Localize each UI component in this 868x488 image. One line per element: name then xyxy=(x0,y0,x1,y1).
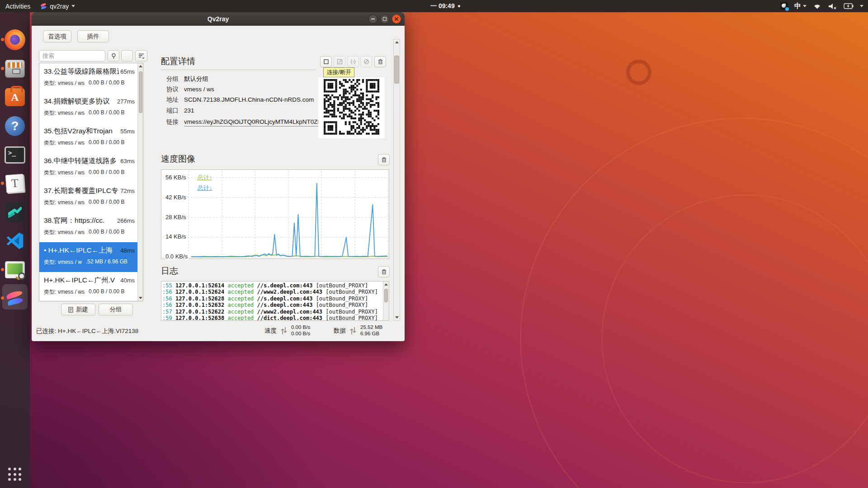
clock-label: 一 09:49 xyxy=(430,2,455,10)
log-line: :57 127.0.0.1:52622 accepted //www2.deep… xyxy=(162,309,383,315)
dock-item-qv2ray[interactable] xyxy=(4,287,26,310)
clock[interactable]: 一 09:49 xyxy=(430,0,460,12)
up-down-arrows-icon xyxy=(349,326,357,335)
chevron-down-icon xyxy=(71,5,75,7)
data-status: 数据 25.52 MB 6.96 GB xyxy=(334,324,382,337)
sort-button[interactable] xyxy=(135,50,147,61)
battery-icon[interactable] xyxy=(844,3,854,9)
delete-config-button[interactable] xyxy=(374,56,386,67)
blank-tool-button[interactable] xyxy=(121,50,133,61)
dock-item-ubuntu-software[interactable]: A xyxy=(4,86,26,108)
scroll-down-icon xyxy=(139,297,142,299)
clear-graph-button[interactable] xyxy=(378,154,390,165)
help-icon: ? xyxy=(5,116,25,136)
log-outbound-tag: [outBound_PROXY] xyxy=(326,289,378,295)
server-list-item[interactable]: • H+.HK←IPLC←上海 48ms 类型: vmess / w .52 M… xyxy=(39,242,137,272)
log-url: //s.deepl.com:443 xyxy=(257,302,313,308)
show-applications-button[interactable] xyxy=(7,466,23,483)
activities-button[interactable]: Activities xyxy=(5,3,30,10)
scroll-down-icon xyxy=(395,316,399,319)
server-list-item[interactable]: 33.公益等级線路嚴格限速 65ms 类型: vmess / ws 0.00 B… xyxy=(39,63,137,93)
qv2ray-icon xyxy=(5,288,25,308)
chevron-down-icon[interactable] xyxy=(860,5,863,7)
server-traffic: 0.00 B / 0.00 B xyxy=(89,139,124,147)
scrollbar-thumb[interactable] xyxy=(394,56,399,84)
server-type: 类型: vmess / ws xyxy=(44,199,85,206)
connect-disconnect-button[interactable] xyxy=(360,56,372,67)
server-list-item[interactable]: 37.长期套餐覆盖IPLC专 72ms 类型: vmess / ws 0.00 … xyxy=(39,183,137,212)
dock-item-help[interactable]: ? xyxy=(4,115,26,137)
field-label: 地址 xyxy=(166,96,179,104)
main-scrollbar[interactable] xyxy=(393,39,400,321)
dock-item-screenshot-viewer[interactable] xyxy=(4,258,26,281)
log-section-title: 日志 xyxy=(161,265,178,277)
server-traffic: .52 MB / 6.96 GB xyxy=(86,258,127,266)
dock-item-dev-tool[interactable] xyxy=(4,201,26,224)
dock-item-firefox[interactable] xyxy=(4,28,26,51)
server-traffic: 0.00 B / 0.00 B xyxy=(89,169,124,177)
field-address: 地址 SCDN.72138.JMOFLH.China-nCDN-nRDS.com xyxy=(166,96,314,104)
app-menu-label: qv2ray xyxy=(50,3,69,10)
server-list-item[interactable]: 35.包括V2ray和Trojan 55ms 类型: vmess / ws 0.… xyxy=(39,123,137,153)
divider xyxy=(161,70,316,70)
dock-item-files[interactable] xyxy=(4,57,26,80)
wifi-icon[interactable] xyxy=(813,3,821,9)
server-list-scrollbar[interactable] xyxy=(137,63,143,301)
minimize-icon xyxy=(371,19,375,19)
log-scrollbar[interactable] xyxy=(383,282,389,320)
minimize-button[interactable] xyxy=(368,14,377,23)
share-link-input[interactable]: vmess://eyJhZGQiOiJTQ0ROLjcyMTM4LkpNT0ZM… xyxy=(184,118,320,127)
server-list-item[interactable]: 34.捐赠解锁更多协议 277ms 类型: vmess / ws 0.00 B … xyxy=(39,93,137,123)
new-document-icon xyxy=(68,307,74,313)
server-name: 36.中继中转隧道线路多 xyxy=(44,156,119,166)
log-ip: 127.0.0.1:52624 xyxy=(175,289,224,295)
download-data-value: 6.96 GB xyxy=(360,331,382,337)
stop-button[interactable] xyxy=(320,56,332,67)
server-list-item[interactable]: H+.HK←IPLC←广州.V 40ms 类型: vmess / ws 0.00… xyxy=(39,272,137,301)
edit-config-button[interactable] xyxy=(334,56,345,67)
log-line: :56 127.0.0.1:52632 accepted //s.deepl.c… xyxy=(162,302,383,308)
log-ip: 127.0.0.1:52632 xyxy=(175,302,224,308)
log-time: :56 xyxy=(162,302,172,308)
scrollbar-thumb[interactable] xyxy=(384,289,388,302)
square-icon xyxy=(323,59,329,65)
qv2ray-tray-icon[interactable] xyxy=(780,2,788,10)
log-time: :56 xyxy=(162,289,172,295)
running-dot-icon xyxy=(1,67,4,70)
new-config-button[interactable]: 新建 xyxy=(61,304,95,315)
dock-item-terminal[interactable]: >_ xyxy=(4,144,26,166)
field-port: 端口 231 xyxy=(166,107,194,115)
connection-status: 已连接: H+.HK←IPLC←上海.VI72138 xyxy=(36,327,138,335)
server-latency: 72ms xyxy=(120,188,135,194)
volume-muted-icon[interactable] xyxy=(828,3,837,10)
maximize-button[interactable] xyxy=(380,14,389,23)
server-name: H+.HK←IPLC←广州.V xyxy=(44,276,119,285)
server-list-item[interactable]: 38.官网：https://cc. 266ms 类型: vmess / ws 0… xyxy=(39,212,137,242)
log-view: :55 127.0.0.1:52614 accepted //s.deepl.c… xyxy=(161,281,389,321)
tab-preferences[interactable]: 首选项 xyxy=(43,30,71,42)
edit-json-button[interactable] xyxy=(347,56,359,67)
tab-plugins[interactable]: 插件 xyxy=(77,30,109,42)
server-name: 37.长期套餐覆盖IPLC专 xyxy=(44,186,119,196)
clear-log-button[interactable] xyxy=(378,266,390,277)
app-menu[interactable]: qv2ray xyxy=(40,3,75,10)
qv2ray-app-icon xyxy=(40,3,47,9)
dock: A ? >_ T xyxy=(0,12,30,488)
legend-total-download[interactable]: 总计↓ xyxy=(198,184,212,192)
trash-icon xyxy=(377,59,383,65)
server-type: 类型: vmess / ws xyxy=(44,80,85,87)
dock-item-vscode[interactable] xyxy=(4,230,26,252)
server-list-item[interactable]: 36.中继中转隧道线路多 63ms 类型: vmess / ws 0.00 B … xyxy=(39,153,137,183)
window-titlebar[interactable]: Qv2ray xyxy=(32,12,405,26)
edit-icon xyxy=(337,59,343,65)
scrollbar-thumb[interactable] xyxy=(139,71,142,113)
group-button[interactable]: 分组 xyxy=(99,304,133,315)
input-method-indicator[interactable]: 中 xyxy=(794,2,807,10)
trash-icon xyxy=(381,157,387,163)
legend-total-upload[interactable]: 总计↑ xyxy=(198,174,212,182)
dock-item-text-editor[interactable]: T xyxy=(4,172,26,195)
server-latency: 65ms xyxy=(120,68,135,75)
latency-test-button[interactable] xyxy=(108,50,119,61)
search-input[interactable] xyxy=(39,50,105,61)
close-button[interactable] xyxy=(392,14,401,23)
